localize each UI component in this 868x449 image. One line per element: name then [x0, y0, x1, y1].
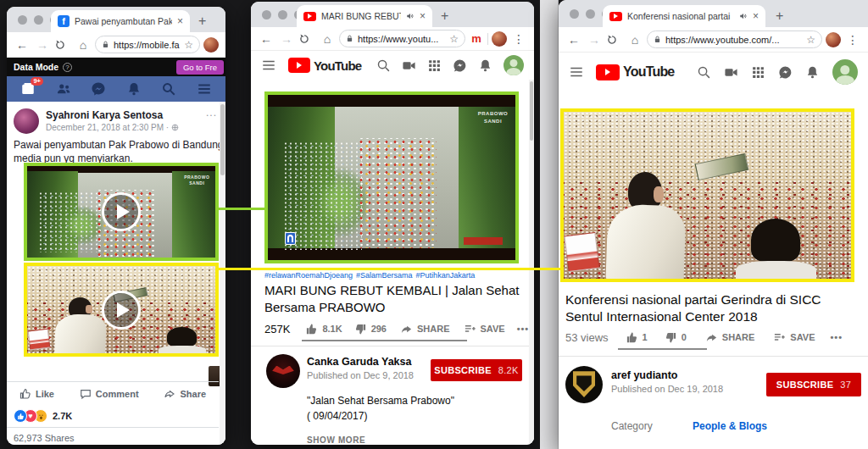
close-window-button[interactable]	[18, 15, 27, 25]
nav-friends[interactable]	[56, 81, 71, 97]
comment-button[interactable]: Comment	[80, 388, 139, 400]
close-window-button[interactable]	[262, 10, 271, 19]
notifications-bell-icon[interactable]	[805, 65, 820, 80]
back-button[interactable]: ←	[565, 34, 582, 46]
bookmark-star-icon[interactable]: ☆	[449, 34, 459, 44]
play-button[interactable]	[102, 291, 141, 330]
messages-icon[interactable]	[453, 58, 467, 73]
youtube-menu-hamburger-icon[interactable]	[261, 58, 276, 73]
dislike-button[interactable]: 296	[354, 323, 387, 335]
minimize-window-button[interactable]	[278, 10, 287, 19]
dislike-button[interactable]: 0	[665, 331, 687, 344]
crowd-video-thumbnail[interactable]	[27, 266, 215, 353]
tab-audio-speaker-icon[interactable]	[739, 12, 748, 20]
browser-menu-icon[interactable]: ⋮	[510, 33, 527, 45]
youtube-menu-hamburger-icon[interactable]	[569, 64, 584, 80]
more-actions-icon[interactable]: •••	[517, 324, 530, 334]
nav-search-icon[interactable]	[161, 81, 176, 97]
hashtag-link[interactable]: #relawanRoemahDjoeang	[264, 271, 353, 280]
browser-tab[interactable]: MARI BUNG REBUT KEMBA ×	[297, 5, 432, 27]
channel-avatar[interactable]	[565, 366, 603, 403]
notifications-bell-icon[interactable]	[478, 58, 492, 73]
like-button[interactable]: 1	[626, 331, 648, 344]
nav-newsfeed[interactable]: 9+	[20, 81, 36, 97]
like-button[interactable]: 8.1K	[305, 323, 342, 335]
go-to-free-button[interactable]: Go to Fre	[176, 60, 224, 75]
minimize-window-button[interactable]	[586, 9, 595, 19]
save-button[interactable]: SAVE	[773, 331, 815, 344]
home-button[interactable]: ⌂	[75, 39, 92, 51]
play-button[interactable]	[102, 192, 141, 231]
share-button[interactable]: SHARE	[400, 323, 450, 335]
nav-menu-hamburger[interactable]	[197, 81, 212, 97]
apps-grid-icon[interactable]	[751, 65, 765, 80]
forward-button[interactable]: →	[278, 33, 295, 45]
scrollbar[interactable]	[220, 102, 225, 445]
bookmark-star-icon[interactable]: ☆	[184, 40, 193, 50]
hashtag-link[interactable]: #PutihkanJakarta	[416, 271, 476, 280]
tab-close-icon[interactable]: ×	[753, 11, 759, 21]
forward-button[interactable]: →	[34, 39, 51, 51]
browser-tab[interactable]: f Pawai penyambutan Pak Prabo ×	[51, 10, 190, 32]
scrollbar-thumb[interactable]	[530, 81, 533, 141]
nav-messenger[interactable]	[91, 81, 106, 97]
tab-close-icon[interactable]: ×	[420, 11, 426, 21]
back-button[interactable]: ←	[258, 33, 275, 45]
nav-notifications-bell[interactable]	[126, 81, 142, 97]
youtube-logo[interactable]: YouTube	[288, 58, 361, 73]
close-window-button[interactable]	[570, 9, 579, 19]
apps-grid-icon[interactable]	[427, 58, 442, 73]
home-button[interactable]: ⌂	[626, 34, 643, 46]
tab-close-icon[interactable]: ×	[177, 16, 183, 26]
reactions-summary[interactable]: ♥ 2.7K	[14, 407, 72, 425]
address-bar[interactable]: https://www.youtube.com/... ☆	[647, 30, 822, 48]
extension-m-icon[interactable]: m	[469, 32, 484, 45]
scrollbar-thumb[interactable]	[220, 104, 225, 175]
youtube-logo[interactable]: YouTube	[596, 64, 674, 80]
new-tab-button[interactable]: +	[776, 8, 783, 24]
channel-name[interactable]: aref yudianto	[611, 369, 678, 381]
search-icon[interactable]	[376, 58, 391, 73]
channel-avatar[interactable]	[266, 354, 300, 388]
new-tab-button[interactable]: +	[198, 14, 206, 29]
parade-video-thumbnail[interactable]: PRABOWOSANDI	[27, 166, 215, 258]
more-actions-icon[interactable]: •••	[830, 332, 843, 342]
messages-icon[interactable]	[778, 65, 793, 80]
new-tab-button[interactable]: +	[441, 8, 448, 24]
youtube-account-avatar[interactable]	[832, 59, 858, 85]
post-author-name[interactable]: Syahroni Karya Sentosa	[46, 109, 163, 121]
like-button[interactable]: Like	[19, 388, 54, 400]
address-bar[interactable]: https://www.youtu... ☆	[339, 30, 465, 47]
help-icon[interactable]: ?	[63, 63, 72, 72]
post-author-avatar[interactable]	[14, 108, 39, 134]
upload-videocam-icon[interactable]	[402, 58, 416, 73]
subscribe-button[interactable]: SUBSCRIBE8.2K	[431, 359, 522, 381]
tab-audio-speaker-icon[interactable]	[406, 12, 415, 20]
back-button[interactable]: ←	[14, 39, 31, 51]
browser-profile-avatar[interactable]	[826, 32, 841, 47]
youtube-account-avatar[interactable]	[504, 55, 524, 75]
reload-button[interactable]	[606, 34, 623, 46]
bookmark-star-icon[interactable]: ☆	[806, 35, 815, 45]
browser-tab[interactable]: Konferensi nasional partai ×	[603, 5, 765, 27]
address-bar[interactable]: https://mobile.fa... ☆	[95, 36, 200, 53]
subscribe-button[interactable]: SUBSCRIBE37	[766, 373, 861, 396]
minimize-window-button[interactable]	[34, 15, 43, 25]
post-options-icon[interactable]: ...	[206, 107, 217, 119]
save-button[interactable]: SAVE	[464, 323, 505, 335]
video-player-parade[interactable]: PRABOWOSANDI	[268, 95, 515, 260]
scrollbar[interactable]	[529, 80, 534, 445]
browser-profile-avatar[interactable]	[203, 37, 219, 53]
show-more-button[interactable]: SHOW MORE	[307, 435, 365, 445]
search-icon[interactable]	[697, 65, 711, 80]
browser-menu-icon[interactable]: ⋮	[844, 34, 861, 46]
reload-button[interactable]	[298, 33, 315, 45]
browser-profile-avatar[interactable]	[492, 31, 507, 47]
hashtag-link[interactable]: #SalamBersama	[356, 271, 413, 280]
share-count[interactable]: 62,973 Shares	[7, 427, 219, 445]
upload-videocam-icon[interactable]	[724, 65, 738, 80]
home-button[interactable]: ⌂	[319, 33, 336, 45]
forward-button[interactable]: →	[586, 34, 603, 46]
channel-name[interactable]: Canka Garuda Yaksa	[307, 356, 411, 368]
video-player-crowd[interactable]	[564, 112, 851, 279]
